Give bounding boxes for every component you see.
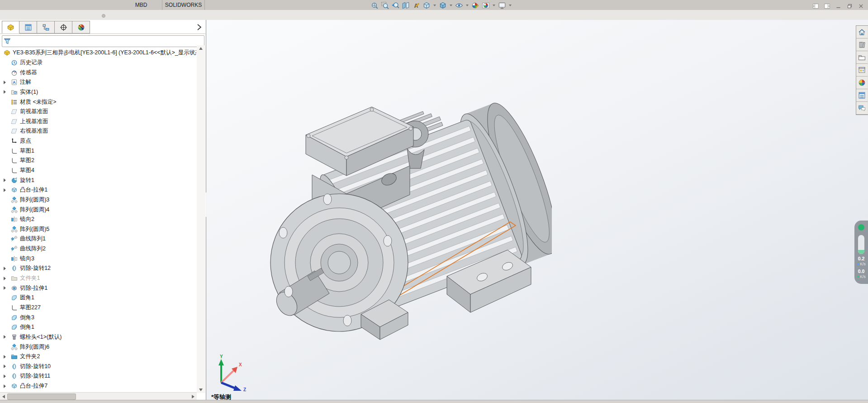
tab-7[interactable]: MBD Dimensions <box>120 0 162 10</box>
panel-flyout-chevron-icon[interactable] <box>196 24 203 31</box>
tree-item[interactable]: 传感器 <box>0 67 196 77</box>
tree-item[interactable]: 历史记录 <box>0 58 196 68</box>
dimxpertmanager-tab[interactable] <box>55 21 72 34</box>
expand-arrow-icon[interactable] <box>4 374 10 378</box>
graphics-area[interactable]: Y X Z *等轴测 <box>206 20 868 400</box>
displaymanager-tab[interactable] <box>72 21 90 34</box>
view-settings-icon[interactable] <box>498 1 507 10</box>
display-style-icon-dropdown[interactable] <box>450 5 452 6</box>
view-orientation-icon-dropdown[interactable] <box>433 5 436 6</box>
tree-item[interactable]: 镜向2 <box>0 215 196 225</box>
tree-item[interactable]: 倒角1 <box>0 322 196 332</box>
tree-item[interactable]: 阵列(圆周)6 <box>0 342 196 352</box>
propertymanager-tab[interactable] <box>19 21 37 34</box>
tree-item[interactable]: 切除-拉伸1 <box>0 283 196 293</box>
scroll-left-icon[interactable] <box>2 395 5 398</box>
expand-arrow-icon[interactable] <box>4 384 10 388</box>
tree-item[interactable]: 文件夹2 <box>0 352 196 362</box>
scroll-up-icon[interactable] <box>199 47 203 50</box>
scroll-down-icon[interactable] <box>199 389 203 391</box>
expand-arrow-icon[interactable] <box>4 335 10 339</box>
expand-arrow-icon[interactable] <box>4 286 10 290</box>
tree-item[interactable]: 实体(1) <box>0 87 196 97</box>
apply-scene-icon-dropdown[interactable] <box>493 5 495 6</box>
tree-item[interactable]: 曲线阵列1 <box>0 234 196 244</box>
tree-root-item[interactable]: YE3-B35系列三相异步电机[YE3-200L1-6] (YE3-200L1-… <box>0 48 196 58</box>
expand-arrow-icon[interactable] <box>4 277 10 280</box>
appearances-icon[interactable] <box>856 77 868 89</box>
scrollbar-thumb[interactable] <box>7 393 76 400</box>
expand-arrow-icon[interactable] <box>4 178 10 182</box>
zoom-fit-icon[interactable] <box>370 1 379 10</box>
forum-icon[interactable] <box>856 102 868 115</box>
sketch-icon <box>10 304 18 311</box>
expand-arrow-icon[interactable] <box>4 365 10 368</box>
history-icon <box>10 59 18 66</box>
tree-item[interactable]: 镜向3 <box>0 254 196 264</box>
tree-item-label: 倒角3 <box>20 314 34 321</box>
cutrevolve-icon <box>10 373 18 379</box>
design-library-icon[interactable] <box>856 38 868 51</box>
hide-show-items-icon[interactable] <box>455 1 464 10</box>
file-explorer-icon[interactable] <box>856 51 868 64</box>
tree-item[interactable]: 切除-旋转11 <box>0 371 196 381</box>
tree-item-label: 切除-旋转11 <box>20 372 50 380</box>
tree-item[interactable]: 旋转1 <box>0 175 196 185</box>
tree-filter-input[interactable] <box>2 35 204 47</box>
tree-item[interactable]: 倒角3 <box>0 312 196 322</box>
view-orientation-icon[interactable] <box>422 1 431 10</box>
tab-8[interactable]: SOLIDWORKS 插件 <box>162 0 205 10</box>
expand-arrow-icon[interactable] <box>4 81 10 84</box>
tree-item-label: 文件夹1 <box>20 274 40 282</box>
annotation-view-icon[interactable]: A <box>412 1 421 10</box>
tree-item[interactable]: 凸台-拉伸1 <box>0 185 196 195</box>
tree-item[interactable]: 草图1 <box>0 146 196 156</box>
tree-item[interactable]: 草图2 <box>0 156 196 166</box>
tree-item[interactable]: 文件夹1 <box>0 273 196 283</box>
tree-item[interactable]: 圆角1 <box>0 293 196 303</box>
motor-3d-model[interactable] <box>253 67 552 359</box>
apply-scene-icon[interactable] <box>481 1 490 10</box>
tree-item-label: 上视基准面 <box>20 118 48 125</box>
tree-item[interactable]: 上视基准面 <box>0 116 196 126</box>
tree-item[interactable]: 阵列(圆周)3 <box>0 195 196 205</box>
feature-tree: YE3-B35系列三相异步电机[YE3-200L1-6] (YE3-200L1-… <box>0 48 196 393</box>
tree-vertical-scrollbar[interactable] <box>197 45 205 393</box>
display-style-icon[interactable] <box>438 1 447 10</box>
custom-properties-icon[interactable] <box>856 89 868 102</box>
zoom-area-icon[interactable] <box>380 1 389 10</box>
home-icon[interactable] <box>856 26 868 38</box>
tree-item[interactable]: 阵列(圆周)5 <box>0 225 196 235</box>
widget-status-dot <box>858 224 864 230</box>
tree-item[interactable]: 曲线阵列2 <box>0 244 196 254</box>
network-speed-widget[interactable]: 0.2 K/s 0.0 K/s <box>854 221 868 284</box>
tree-item[interactable]: 前视基准面 <box>0 107 196 117</box>
configurationmanager-tab[interactable] <box>37 21 55 34</box>
tree-item[interactable]: 原点 <box>0 136 196 146</box>
manager-tab-strip <box>2 21 90 34</box>
view-settings-icon-dropdown[interactable] <box>509 5 512 6</box>
tree-item[interactable]: 凸台-拉伸7 <box>0 381 196 391</box>
tree-item[interactable]: A注解 <box>0 77 196 87</box>
tree-item[interactable]: 右视基准面 <box>0 126 196 136</box>
hide-show-items-icon-dropdown[interactable] <box>466 5 469 6</box>
expand-arrow-icon[interactable] <box>4 355 10 359</box>
tree-item[interactable]: 切除-旋转12 <box>0 264 196 273</box>
expand-arrow-icon[interactable] <box>4 188 10 192</box>
tree-item[interactable]: 材质 <未指定> <box>0 97 196 107</box>
tree-item[interactable]: 阵列(圆周)4 <box>0 205 196 215</box>
expand-arrow-icon[interactable] <box>4 90 10 94</box>
scroll-right-icon[interactable] <box>192 395 194 398</box>
expand-arrow-icon[interactable] <box>4 267 10 270</box>
commandmanager-collapse-handle[interactable] <box>102 14 105 18</box>
view-palette-icon[interactable] <box>856 64 868 77</box>
tree-item[interactable]: 草图227 <box>0 303 196 313</box>
featuremanager-tab[interactable] <box>2 21 19 34</box>
tree-item[interactable]: 切除-旋转10 <box>0 362 196 372</box>
tree-item[interactable]: 螺栓头<1>(默认) <box>0 332 196 342</box>
edit-appearance-icon[interactable] <box>471 1 480 10</box>
previous-view-icon[interactable] <box>391 1 400 10</box>
tree-item[interactable]: 草图4 <box>0 166 196 176</box>
tree-horizontal-scrollbar[interactable] <box>0 392 197 400</box>
section-view-icon[interactable] <box>401 1 410 10</box>
